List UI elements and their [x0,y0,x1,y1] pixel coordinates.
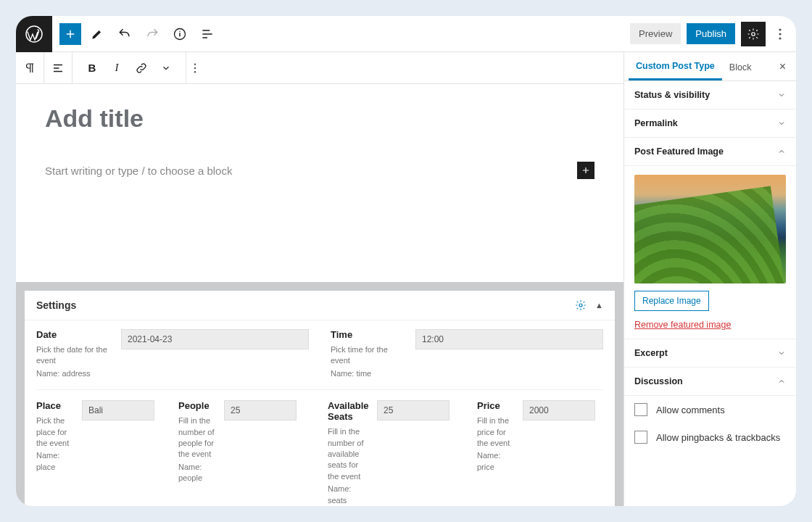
replace-image-button[interactable]: Replace Image [634,291,709,311]
panel-featured-image[interactable]: Post Featured Image [624,138,796,166]
allow-pingbacks-checkbox[interactable] [634,431,647,444]
link-icon[interactable] [129,56,154,80]
time-help: Pick time for the event [331,344,403,367]
metabox-gear-icon[interactable] [575,299,587,311]
wordpress-logo[interactable] [16,16,52,52]
panel-status[interactable]: Status & visibility [624,81,796,109]
italic-icon[interactable]: I [104,56,129,80]
panel-permalink-label: Permalink [634,118,678,128]
place-name: Name: place [36,450,76,473]
time-input[interactable] [415,329,603,349]
metabox-title: Settings [36,299,76,311]
people-help: Fill in the number of people for the eve… [178,415,218,460]
svg-point-3 [779,28,781,30]
chevron-up-icon [777,377,786,386]
price-help: Fill in the price for the event [477,415,517,449]
publish-button[interactable]: Publish [687,23,735,44]
undo-icon[interactable] [113,22,136,46]
align-icon[interactable] [44,52,72,84]
bold-icon[interactable]: B [80,56,104,80]
allow-comments-label: Allow comments [656,405,725,415]
post-title-input[interactable]: Add title [45,104,594,133]
date-label: Date [36,329,112,340]
metabox-collapse-icon[interactable]: ▲ [595,301,603,310]
chevron-down-icon [777,119,786,128]
place-help: Pick the place for the event [36,415,76,449]
place-input[interactable] [82,400,154,420]
svg-point-5 [779,37,781,39]
price-input[interactable] [523,400,595,420]
svg-point-9 [579,304,582,307]
people-input[interactable] [224,400,297,420]
svg-point-4 [779,33,781,35]
panel-excerpt-label: Excerpt [634,348,668,358]
panel-excerpt[interactable]: Excerpt [624,339,796,368]
paragraph-icon[interactable] [16,52,44,84]
settings-button[interactable] [741,22,766,46]
outline-icon[interactable] [196,22,219,46]
more-format-icon[interactable] [186,52,204,84]
price-name: Name: price [477,450,517,473]
seats-label: Available Seats [328,400,371,422]
panel-featured-label: Post Featured Image [634,146,724,157]
seats-name: Name: seats [328,484,371,506]
date-help: Pick the date for the event [36,344,109,367]
tab-custom-post-type[interactable]: Custom Post Type [629,52,722,80]
writing-prompt[interactable]: Start writing or type / to choose a bloc… [45,165,232,177]
add-block-button[interactable] [59,23,81,45]
seats-input[interactable] [377,400,450,420]
remove-featured-image-link[interactable]: Remove featured image [634,320,731,330]
preview-button[interactable]: Preview [630,23,681,44]
svg-point-6 [194,63,196,65]
svg-point-2 [752,32,755,36]
chevron-down-icon [777,349,786,357]
date-name: Name: address [36,368,109,379]
people-name: Name: people [178,462,218,484]
people-label: People [178,400,218,411]
time-label: Time [331,329,407,340]
svg-point-7 [194,67,196,68]
place-label: Place [36,400,76,411]
panel-discussion-label: Discussion [634,376,683,386]
price-label: Price [477,400,517,411]
chevron-down-icon[interactable] [154,56,178,80]
date-input[interactable] [121,329,309,349]
allow-pingbacks-label: Allow pingbacks & trackbacks [656,432,780,443]
svg-point-8 [194,71,196,72]
time-name: Name: time [331,368,403,379]
close-sidebar-icon[interactable]: × [774,60,792,73]
info-icon[interactable] [168,22,191,46]
panel-permalink[interactable]: Permalink [624,109,796,138]
redo-icon[interactable] [141,22,164,46]
edit-icon[interactable] [86,22,109,46]
chevron-up-icon [777,147,786,156]
chevron-down-icon [777,91,786,99]
featured-image-preview[interactable] [634,175,786,283]
panel-discussion[interactable]: Discussion [624,368,796,396]
more-menu-icon[interactable] [771,22,789,46]
panel-status-label: Status & visibility [634,90,710,100]
inline-add-block-button[interactable] [577,162,594,179]
seats-help: Fill in the number of available seats fo… [328,426,371,482]
allow-comments-checkbox[interactable] [634,403,647,416]
tab-block[interactable]: Block [722,54,759,80]
